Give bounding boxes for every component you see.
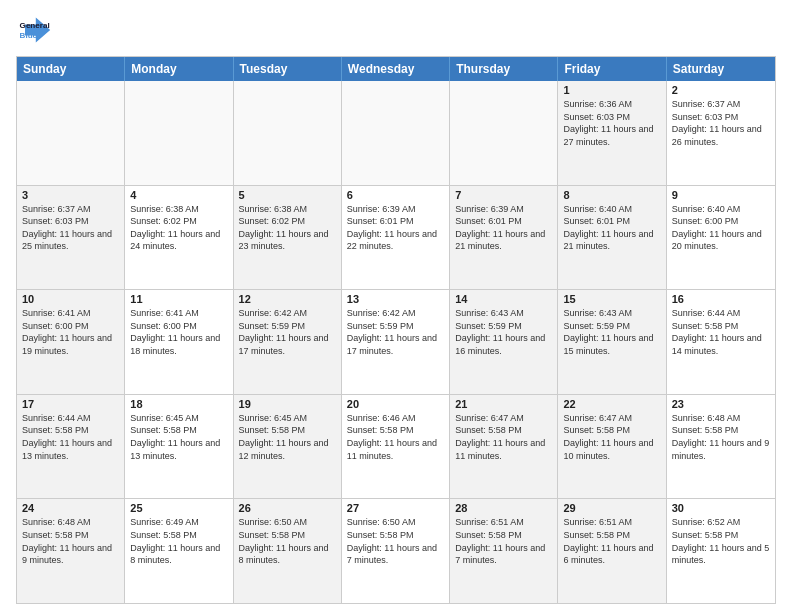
day-info: Sunrise: 6:36 AM Sunset: 6:03 PM Dayligh…: [563, 98, 660, 148]
calendar-cell: 2Sunrise: 6:37 AM Sunset: 6:03 PM Daylig…: [667, 81, 775, 185]
calendar-header-cell: Friday: [558, 57, 666, 81]
day-number: 1: [563, 84, 660, 96]
page: General Blue SundayMondayTuesdayWednesda…: [0, 0, 792, 612]
calendar-cell: 14Sunrise: 6:43 AM Sunset: 5:59 PM Dayli…: [450, 290, 558, 394]
calendar-cell: 20Sunrise: 6:46 AM Sunset: 5:58 PM Dayli…: [342, 395, 450, 499]
calendar-cell: 30Sunrise: 6:52 AM Sunset: 5:58 PM Dayli…: [667, 499, 775, 603]
calendar-header-cell: Wednesday: [342, 57, 450, 81]
calendar-cell: [17, 81, 125, 185]
day-number: 17: [22, 398, 119, 410]
calendar-cell: 21Sunrise: 6:47 AM Sunset: 5:58 PM Dayli…: [450, 395, 558, 499]
day-number: 2: [672, 84, 770, 96]
calendar-cell: 28Sunrise: 6:51 AM Sunset: 5:58 PM Dayli…: [450, 499, 558, 603]
calendar-header-cell: Tuesday: [234, 57, 342, 81]
day-number: 10: [22, 293, 119, 305]
calendar-cell: 16Sunrise: 6:44 AM Sunset: 5:58 PM Dayli…: [667, 290, 775, 394]
day-info: Sunrise: 6:38 AM Sunset: 6:02 PM Dayligh…: [130, 203, 227, 253]
day-info: Sunrise: 6:40 AM Sunset: 6:01 PM Dayligh…: [563, 203, 660, 253]
logo-icon: General Blue: [16, 12, 52, 48]
calendar-cell: 22Sunrise: 6:47 AM Sunset: 5:58 PM Dayli…: [558, 395, 666, 499]
calendar: SundayMondayTuesdayWednesdayThursdayFrid…: [16, 56, 776, 604]
calendar-header-cell: Monday: [125, 57, 233, 81]
day-number: 3: [22, 189, 119, 201]
day-info: Sunrise: 6:40 AM Sunset: 6:00 PM Dayligh…: [672, 203, 770, 253]
day-number: 28: [455, 502, 552, 514]
calendar-cell: 27Sunrise: 6:50 AM Sunset: 5:58 PM Dayli…: [342, 499, 450, 603]
calendar-cell: 3Sunrise: 6:37 AM Sunset: 6:03 PM Daylig…: [17, 186, 125, 290]
day-number: 16: [672, 293, 770, 305]
day-info: Sunrise: 6:51 AM Sunset: 5:58 PM Dayligh…: [455, 516, 552, 566]
calendar-cell: 10Sunrise: 6:41 AM Sunset: 6:00 PM Dayli…: [17, 290, 125, 394]
calendar-cell: 4Sunrise: 6:38 AM Sunset: 6:02 PM Daylig…: [125, 186, 233, 290]
calendar-cell: 1Sunrise: 6:36 AM Sunset: 6:03 PM Daylig…: [558, 81, 666, 185]
day-info: Sunrise: 6:45 AM Sunset: 5:58 PM Dayligh…: [130, 412, 227, 462]
calendar-cell: [450, 81, 558, 185]
day-number: 23: [672, 398, 770, 410]
calendar-cell: 23Sunrise: 6:48 AM Sunset: 5:58 PM Dayli…: [667, 395, 775, 499]
day-number: 11: [130, 293, 227, 305]
day-info: Sunrise: 6:49 AM Sunset: 5:58 PM Dayligh…: [130, 516, 227, 566]
calendar-cell: [342, 81, 450, 185]
svg-text:Blue: Blue: [20, 31, 38, 40]
calendar-body: 1Sunrise: 6:36 AM Sunset: 6:03 PM Daylig…: [17, 81, 775, 603]
day-info: Sunrise: 6:47 AM Sunset: 5:58 PM Dayligh…: [563, 412, 660, 462]
calendar-cell: 25Sunrise: 6:49 AM Sunset: 5:58 PM Dayli…: [125, 499, 233, 603]
calendar-header-cell: Saturday: [667, 57, 775, 81]
calendar-cell: 7Sunrise: 6:39 AM Sunset: 6:01 PM Daylig…: [450, 186, 558, 290]
day-number: 18: [130, 398, 227, 410]
day-number: 6: [347, 189, 444, 201]
header: General Blue: [16, 12, 776, 48]
calendar-header: SundayMondayTuesdayWednesdayThursdayFrid…: [17, 57, 775, 81]
day-number: 26: [239, 502, 336, 514]
calendar-week: 10Sunrise: 6:41 AM Sunset: 6:00 PM Dayli…: [17, 290, 775, 395]
calendar-cell: 13Sunrise: 6:42 AM Sunset: 5:59 PM Dayli…: [342, 290, 450, 394]
day-number: 12: [239, 293, 336, 305]
day-number: 22: [563, 398, 660, 410]
day-number: 14: [455, 293, 552, 305]
day-number: 27: [347, 502, 444, 514]
calendar-cell: 5Sunrise: 6:38 AM Sunset: 6:02 PM Daylig…: [234, 186, 342, 290]
calendar-header-cell: Sunday: [17, 57, 125, 81]
day-number: 25: [130, 502, 227, 514]
day-info: Sunrise: 6:37 AM Sunset: 6:03 PM Dayligh…: [672, 98, 770, 148]
day-info: Sunrise: 6:43 AM Sunset: 5:59 PM Dayligh…: [563, 307, 660, 357]
day-info: Sunrise: 6:50 AM Sunset: 5:58 PM Dayligh…: [239, 516, 336, 566]
day-info: Sunrise: 6:39 AM Sunset: 6:01 PM Dayligh…: [347, 203, 444, 253]
day-number: 19: [239, 398, 336, 410]
day-info: Sunrise: 6:48 AM Sunset: 5:58 PM Dayligh…: [22, 516, 119, 566]
day-info: Sunrise: 6:46 AM Sunset: 5:58 PM Dayligh…: [347, 412, 444, 462]
day-info: Sunrise: 6:51 AM Sunset: 5:58 PM Dayligh…: [563, 516, 660, 566]
calendar-week: 1Sunrise: 6:36 AM Sunset: 6:03 PM Daylig…: [17, 81, 775, 186]
calendar-cell: 17Sunrise: 6:44 AM Sunset: 5:58 PM Dayli…: [17, 395, 125, 499]
day-number: 4: [130, 189, 227, 201]
day-info: Sunrise: 6:38 AM Sunset: 6:02 PM Dayligh…: [239, 203, 336, 253]
day-info: Sunrise: 6:37 AM Sunset: 6:03 PM Dayligh…: [22, 203, 119, 253]
calendar-cell: 24Sunrise: 6:48 AM Sunset: 5:58 PM Dayli…: [17, 499, 125, 603]
calendar-cell: 11Sunrise: 6:41 AM Sunset: 6:00 PM Dayli…: [125, 290, 233, 394]
calendar-cell: 9Sunrise: 6:40 AM Sunset: 6:00 PM Daylig…: [667, 186, 775, 290]
day-number: 7: [455, 189, 552, 201]
day-info: Sunrise: 6:52 AM Sunset: 5:58 PM Dayligh…: [672, 516, 770, 566]
day-number: 15: [563, 293, 660, 305]
calendar-cell: 19Sunrise: 6:45 AM Sunset: 5:58 PM Dayli…: [234, 395, 342, 499]
day-number: 29: [563, 502, 660, 514]
day-number: 5: [239, 189, 336, 201]
logo: General Blue: [16, 12, 52, 48]
svg-text:General: General: [20, 21, 50, 30]
day-info: Sunrise: 6:50 AM Sunset: 5:58 PM Dayligh…: [347, 516, 444, 566]
day-info: Sunrise: 6:44 AM Sunset: 5:58 PM Dayligh…: [672, 307, 770, 357]
calendar-cell: 18Sunrise: 6:45 AM Sunset: 5:58 PM Dayli…: [125, 395, 233, 499]
calendar-cell: 6Sunrise: 6:39 AM Sunset: 6:01 PM Daylig…: [342, 186, 450, 290]
day-number: 30: [672, 502, 770, 514]
calendar-cell: 29Sunrise: 6:51 AM Sunset: 5:58 PM Dayli…: [558, 499, 666, 603]
day-info: Sunrise: 6:47 AM Sunset: 5:58 PM Dayligh…: [455, 412, 552, 462]
calendar-header-cell: Thursday: [450, 57, 558, 81]
day-info: Sunrise: 6:39 AM Sunset: 6:01 PM Dayligh…: [455, 203, 552, 253]
calendar-cell: 26Sunrise: 6:50 AM Sunset: 5:58 PM Dayli…: [234, 499, 342, 603]
day-info: Sunrise: 6:42 AM Sunset: 5:59 PM Dayligh…: [239, 307, 336, 357]
day-info: Sunrise: 6:48 AM Sunset: 5:58 PM Dayligh…: [672, 412, 770, 462]
calendar-cell: 15Sunrise: 6:43 AM Sunset: 5:59 PM Dayli…: [558, 290, 666, 394]
calendar-cell: 12Sunrise: 6:42 AM Sunset: 5:59 PM Dayli…: [234, 290, 342, 394]
day-info: Sunrise: 6:43 AM Sunset: 5:59 PM Dayligh…: [455, 307, 552, 357]
calendar-cell: 8Sunrise: 6:40 AM Sunset: 6:01 PM Daylig…: [558, 186, 666, 290]
